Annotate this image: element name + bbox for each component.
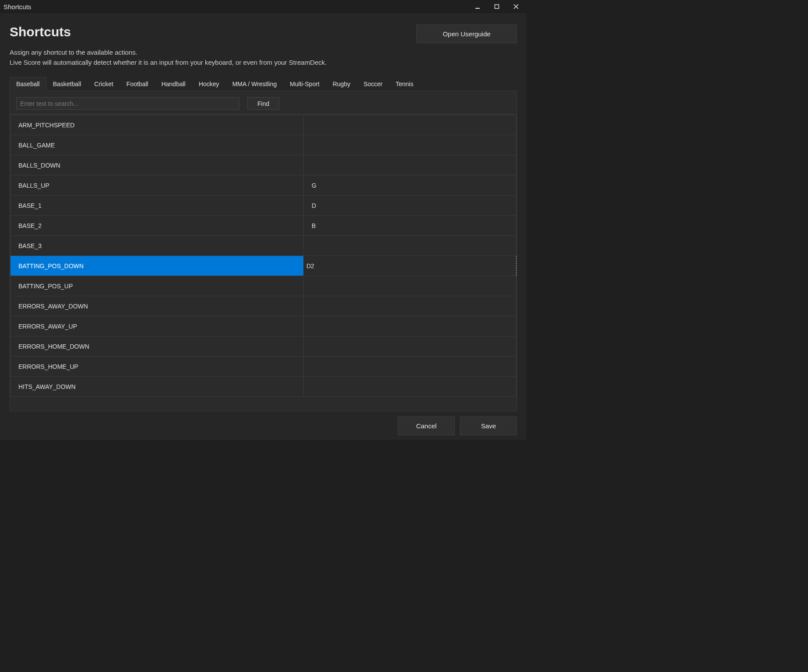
tab-tennis[interactable]: Tennis (389, 77, 420, 91)
shortcut-cell[interactable] (304, 377, 516, 397)
svg-rect-1 (495, 5, 499, 9)
page-title: Shortcuts (10, 24, 71, 39)
shortcut-table: ARM_PITCHSPEEDBALL_GAMEBALLS_DOWNBALLS_U… (10, 115, 516, 397)
minimize-button[interactable] (468, 0, 487, 13)
action-cell[interactable]: ERRORS_AWAY_DOWN (11, 296, 304, 316)
shortcut-cell[interactable]: D2 (304, 256, 516, 276)
content-area: Shortcuts Open Userguide Assign any shor… (0, 13, 527, 440)
shortcut-cell[interactable] (304, 135, 516, 155)
cancel-button[interactable]: Cancel (398, 416, 455, 435)
shortcut-table-scroll[interactable]: ARM_PITCHSPEEDBALL_GAMEBALLS_DOWNBALLS_U… (10, 115, 516, 411)
shortcut-table-wrap: ARM_PITCHSPEEDBALL_GAMEBALLS_DOWNBALLS_U… (10, 114, 516, 411)
action-cell[interactable]: BALLS_UP (11, 175, 304, 196)
maximize-button[interactable] (487, 0, 506, 13)
shortcut-cell[interactable] (304, 276, 516, 296)
table-row[interactable]: HITS_AWAY_DOWN (11, 377, 516, 397)
tab-cricket[interactable]: Cricket (88, 77, 120, 91)
table-row[interactable]: ERRORS_AWAY_UP (11, 316, 516, 336)
table-row[interactable]: BATTING_POS_UP (11, 276, 516, 296)
header-row: Shortcuts Open Userguide (10, 24, 517, 43)
window-title: Shortcuts (4, 3, 31, 10)
action-cell[interactable]: BASE_1 (11, 196, 304, 216)
action-cell[interactable]: BATTING_POS_DOWN (11, 256, 304, 276)
tab-multi-sport[interactable]: Multi-Sport (283, 77, 326, 91)
close-button[interactable] (506, 0, 526, 13)
shortcut-cell[interactable] (304, 316, 516, 336)
table-row[interactable]: ERRORS_AWAY_DOWN (11, 296, 516, 316)
action-cell[interactable]: ERRORS_HOME_UP (11, 357, 304, 377)
shortcut-cell[interactable] (304, 357, 516, 377)
action-cell[interactable]: BASE_2 (11, 216, 304, 236)
save-button[interactable]: Save (460, 416, 517, 435)
tab-soccer[interactable]: Soccer (357, 77, 389, 91)
shortcut-cell[interactable] (304, 155, 516, 175)
table-row[interactable]: ERRORS_HOME_UP (11, 357, 516, 377)
subtitle-line2: Live Score will automatically detect whe… (10, 59, 327, 66)
shortcuts-window: Shortcuts Shortcuts Open Userguide Assig… (0, 0, 527, 440)
table-row[interactable]: BATTING_POS_DOWND2 (11, 256, 516, 276)
action-cell[interactable]: HITS_AWAY_DOWN (11, 377, 304, 397)
minimize-icon (475, 4, 480, 9)
table-row[interactable]: BALLS_UPG (11, 175, 516, 196)
page-subtitle: Assign any shortcut to the available act… (10, 48, 517, 67)
action-cell[interactable]: BALLS_DOWN (11, 155, 304, 175)
action-cell[interactable]: BATTING_POS_UP (11, 276, 304, 296)
tab-hockey[interactable]: Hockey (192, 77, 226, 91)
tab-football[interactable]: Football (120, 77, 155, 91)
close-icon (513, 4, 519, 9)
shortcut-cell[interactable] (304, 115, 516, 135)
shortcut-cell[interactable]: D (304, 196, 516, 216)
action-cell[interactable]: ARM_PITCHSPEED (11, 115, 304, 135)
maximize-icon (494, 4, 499, 9)
table-row[interactable]: BASE_3 (11, 236, 516, 256)
table-row[interactable]: BALLS_DOWN (11, 155, 516, 175)
table-row[interactable]: ERRORS_HOME_DOWN (11, 336, 516, 357)
search-input[interactable] (16, 97, 239, 110)
shortcut-cell[interactable] (304, 296, 516, 316)
svg-rect-0 (475, 8, 480, 9)
table-row[interactable]: BASE_2B (11, 216, 516, 236)
tab-baseball[interactable]: Baseball (10, 77, 46, 91)
shortcut-cell[interactable]: G (304, 175, 516, 196)
shortcut-cell[interactable] (304, 236, 516, 256)
open-userguide-button[interactable]: Open Userguide (416, 24, 517, 43)
action-cell[interactable]: ERRORS_AWAY_UP (11, 316, 304, 336)
subtitle-line1: Assign any shortcut to the available act… (10, 49, 137, 56)
titlebar: Shortcuts (0, 0, 527, 13)
tab-basketball[interactable]: Basketball (46, 77, 88, 91)
table-row[interactable]: ARM_PITCHSPEED (11, 115, 516, 135)
table-row[interactable]: BASE_1D (11, 196, 516, 216)
tabs-bar: BaseballBasketballCricketFootballHandbal… (10, 77, 517, 91)
tab-mma-wrestling[interactable]: MMA / Wrestling (226, 77, 284, 91)
search-row: Find (10, 97, 516, 114)
window-controls (468, 0, 526, 13)
table-row[interactable]: BALL_GAME (11, 135, 516, 155)
action-cell[interactable]: ERRORS_HOME_DOWN (11, 336, 304, 357)
tab-handball[interactable]: Handball (155, 77, 192, 91)
shortcut-cell[interactable]: B (304, 216, 516, 236)
tab-panel: Find ARM_PITCHSPEEDBALL_GAMEBALLS_DOWNBA… (10, 91, 517, 411)
action-cell[interactable]: BALL_GAME (11, 135, 304, 155)
action-cell[interactable]: BASE_3 (11, 236, 304, 256)
dialog-footer: Cancel Save (10, 411, 517, 435)
shortcut-cell[interactable] (304, 336, 516, 357)
find-button[interactable]: Find (247, 97, 279, 110)
tab-rugby[interactable]: Rugby (326, 77, 357, 91)
